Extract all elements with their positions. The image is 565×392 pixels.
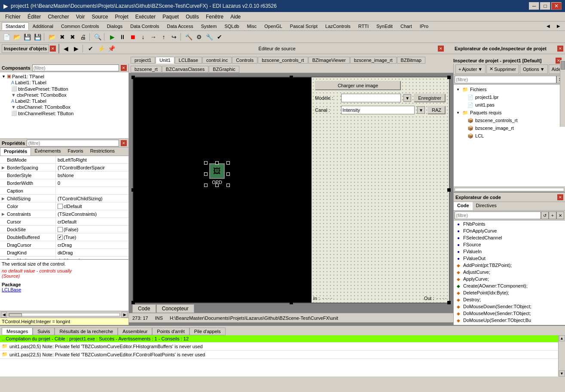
maximize-button[interactable]: □ bbox=[540, 2, 550, 10]
method-adjustcurve[interactable]: ◆ AdjustCurve; bbox=[454, 269, 565, 276]
modele-combo[interactable] bbox=[341, 94, 401, 102]
back-btn[interactable]: ◀ bbox=[61, 44, 70, 53]
add-button[interactable]: + Ajouter ▼ bbox=[455, 64, 486, 74]
step-into-button[interactable]: ↓ bbox=[138, 32, 148, 42]
build-button[interactable]: 🔨 bbox=[184, 32, 193, 42]
tab-favoris[interactable]: Favoris bbox=[64, 147, 87, 156]
method-fselectedchannel[interactable]: ● FSelectedChannel bbox=[454, 234, 565, 241]
method-create[interactable]: ◆ Create(AOwner:TComponent); bbox=[454, 282, 565, 289]
msg-row-success[interactable]: ...Compilation du projet - Cible : proje… bbox=[0, 335, 558, 343]
properties-filter[interactable] bbox=[27, 140, 119, 147]
tree-label1[interactable]: A Label1: TLabel bbox=[1, 80, 128, 86]
components-filter[interactable] bbox=[32, 64, 119, 71]
method-domouseup[interactable]: ◆ DoMouseUp(Sender:TObject;Bu bbox=[454, 317, 565, 324]
tree-cbxchannel[interactable]: ▼ cbxChannel: TComboBox bbox=[1, 104, 128, 110]
zoom-in-button[interactable]: 🔍 bbox=[93, 32, 102, 42]
tab-bzcanvasclasses[interactable]: BZCanvasClasses bbox=[162, 66, 208, 73]
method-addpoint[interactable]: ◆ AddPoint(pt:TBZPoint); bbox=[454, 262, 565, 269]
tree-btnchannelreset[interactable]: ⬜ btnChannelReset: TButton bbox=[1, 110, 128, 116]
src-tab-lclbase[interactable]: LCLBase bbox=[175, 57, 202, 64]
tab-code[interactable]: Code bbox=[132, 304, 156, 313]
scroll-left-btn[interactable]: ◀ bbox=[1, 312, 7, 318]
tab-common-controls[interactable]: Common Controls bbox=[57, 22, 103, 30]
tab-pascal-script[interactable]: Pascal Script bbox=[286, 22, 321, 30]
remove-button[interactable]: ✕ Supprimer bbox=[486, 64, 519, 74]
tab-concepteur[interactable]: Concepteur bbox=[156, 304, 194, 313]
method-fvalueout[interactable]: ● FValueOut bbox=[454, 255, 565, 262]
run-button[interactable]: ▶ bbox=[107, 32, 117, 42]
msg-row-2[interactable]: 📁 unit1.pas(22,5) Note: Private field 'T… bbox=[0, 351, 558, 359]
prop-bidimode[interactable]: BidiMode bdLeftToRight bbox=[0, 156, 128, 164]
method-applycurve[interactable]: ◆ ApplyCurve; bbox=[454, 276, 565, 282]
tree-unit1-pas[interactable]: 📄 unit1.pas bbox=[455, 101, 564, 109]
msg-row-1[interactable]: 📁 unit1.pas(20,5) Note: Private field 'T… bbox=[0, 343, 558, 351]
tree-paquets[interactable]: ▼ 📁 Paquets requis bbox=[455, 109, 564, 116]
msg-tab-recherche[interactable]: Résultats de la recherche bbox=[55, 328, 118, 335]
src-tab-bzimageviewer[interactable]: BZImageViewer bbox=[308, 57, 350, 64]
compile-button[interactable]: ⚙ bbox=[194, 32, 204, 42]
tab-restrictions[interactable]: Restrictions bbox=[87, 147, 118, 156]
menu-projet[interactable]: Projet bbox=[111, 13, 131, 21]
canal-combo-btn[interactable]: ▼ bbox=[417, 106, 425, 114]
msg-scroll-up[interactable]: ▲ bbox=[559, 335, 565, 341]
options-button[interactable]: Options ▼ bbox=[520, 64, 548, 74]
tab-bzgraphic[interactable]: BZGraphic bbox=[209, 66, 239, 73]
step-out-button[interactable]: ↑ bbox=[159, 32, 168, 42]
prop-constraints[interactable]: ▶Constraints (TSizeConstraints) bbox=[0, 210, 128, 218]
stop-button[interactable]: ⏹ bbox=[128, 32, 137, 42]
inspector-tab[interactable]: Inspecteur d'objets bbox=[2, 44, 49, 53]
prop-dragkind[interactable]: DragKind dkDrag bbox=[0, 249, 128, 257]
method-domousedown[interactable]: ◆ DoMouseDown(Sender:TObject; bbox=[454, 303, 565, 310]
src-tab-bzscene-img[interactable]: bzscene_image_rt bbox=[350, 57, 397, 64]
inspector-close[interactable]: ✕ bbox=[50, 46, 56, 52]
step-over-button[interactable]: → bbox=[149, 32, 158, 42]
code-filter-input[interactable] bbox=[455, 211, 541, 219]
open-button[interactable]: 📂 bbox=[12, 32, 21, 42]
prop-dragcursor[interactable]: DragCursor crDrag bbox=[0, 241, 128, 249]
method-deletepoint[interactable]: ◆ DeletePoint(Idx:Byte); bbox=[454, 289, 565, 296]
run-to-cursor-button[interactable]: ↪ bbox=[169, 32, 179, 42]
tab-data-access[interactable]: Data Access bbox=[163, 22, 197, 30]
src-tab-controls[interactable]: Controls bbox=[232, 57, 257, 64]
help-scrollbar[interactable]: ◀ ▶ bbox=[0, 311, 128, 318]
prop-borderstyle[interactable]: BorderStyle bsNone bbox=[0, 172, 128, 179]
ed-btn3[interactable]: 📌 bbox=[107, 44, 116, 53]
tab-system[interactable]: System bbox=[197, 22, 221, 30]
tab-opengl[interactable]: OpenGL bbox=[260, 22, 286, 30]
new-button[interactable]: 📄 bbox=[2, 32, 11, 42]
tab-rtti[interactable]: RTTI bbox=[354, 22, 373, 30]
method-destroy[interactable]: ◆ Destroy; bbox=[454, 296, 565, 303]
tree-fichiers[interactable]: ▼ 📁 Fichiers bbox=[455, 86, 564, 93]
prop-caption[interactable]: Caption bbox=[0, 187, 128, 195]
help-package-link[interactable]: LCLBase bbox=[2, 287, 127, 292]
close-button[interactable]: ✕ bbox=[551, 2, 562, 10]
tab-data-controls[interactable]: Data Controls bbox=[126, 22, 163, 30]
modele-combo-btn[interactable]: ▼ bbox=[403, 94, 411, 102]
src-tab-bzbitmap[interactable]: BZBitmap bbox=[397, 57, 425, 64]
enregistrer-btn[interactable]: Enregistrer bbox=[414, 94, 446, 102]
save-button[interactable]: 💾 bbox=[22, 32, 32, 42]
raz-btn[interactable]: RAZ bbox=[428, 106, 446, 114]
code-filter-refresh[interactable]: ↺ bbox=[541, 211, 549, 219]
src-tab-unit1[interactable]: Unit1 bbox=[156, 57, 174, 64]
tree-project1-lpr[interactable]: 📄 project1.lpr bbox=[455, 93, 564, 101]
check-syntax-button[interactable]: ✔ bbox=[215, 32, 224, 42]
code-filter-expand[interactable]: + bbox=[549, 211, 556, 219]
method-domousemove[interactable]: ◆ DoMouseMove(Sender:TObject; bbox=[454, 310, 565, 317]
code-explorer-close[interactable]: ✕ bbox=[557, 194, 563, 200]
src-tab-bzscene-ctrl[interactable]: bzscene_controls_rt bbox=[258, 57, 308, 64]
tab-bzscene-rt[interactable]: bzscene_rt bbox=[131, 66, 162, 73]
project-tree-scrollbar[interactable] bbox=[454, 187, 565, 192]
save-all-button[interactable]: 💾 bbox=[33, 32, 42, 42]
component-scrollbar[interactable] bbox=[560, 60, 565, 127]
properties-close[interactable]: ✕ bbox=[121, 140, 127, 146]
method-fnbpoints[interactable]: ● FNbPoints bbox=[454, 220, 565, 227]
tab-proprietes[interactable]: Propriétés bbox=[0, 147, 31, 156]
menu-voir[interactable]: Voir bbox=[73, 13, 89, 21]
tree-cbxpreset[interactable]: ▼ cbxPreset: TComboBox bbox=[1, 92, 128, 98]
msg-tab-suivis[interactable]: Suivis bbox=[33, 328, 55, 335]
tab-ipro[interactable]: IPro bbox=[416, 22, 432, 30]
tab-chart[interactable]: Chart bbox=[397, 22, 416, 30]
build-all-button[interactable]: 🔧 bbox=[205, 32, 214, 42]
menu-paquet[interactable]: Paquet bbox=[159, 13, 182, 21]
